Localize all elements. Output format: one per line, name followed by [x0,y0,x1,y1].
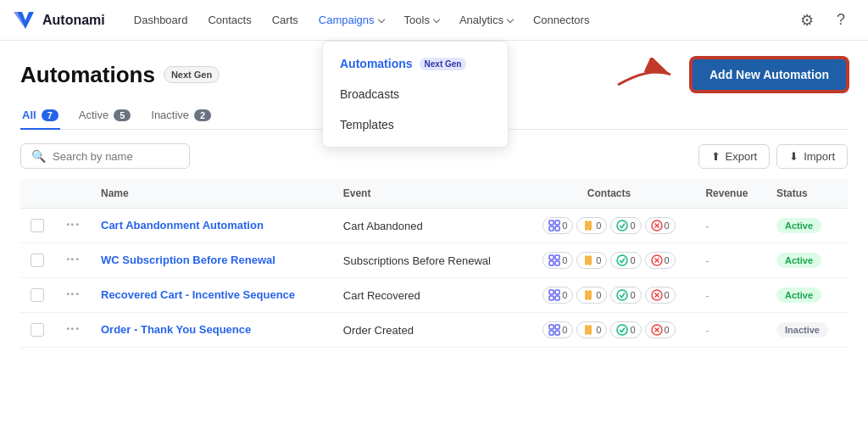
tab-inactive-count: 2 [194,109,211,121]
row-status-cell: Active [766,243,848,278]
row-event-cell: Cart Abandoned [333,209,523,243]
contact-badge: 0 [542,321,573,338]
svg-rect-25 [549,296,554,300]
export-button[interactable]: ⬆ Export [698,144,771,169]
row-status-cell: Inactive [766,313,848,348]
row-checkbox[interactable] [31,219,44,232]
col-menu [54,179,91,209]
col-status: Status [766,179,848,209]
row-menu-cell: ⋮ [54,209,91,243]
row-contacts-cell: 0 0 0 0 [523,209,696,243]
row-checkbox[interactable] [31,288,44,302]
svg-point-39 [617,325,627,335]
row-menu-cell: ⋮ [54,243,91,278]
contact-badge: 0 [576,321,607,338]
import-button[interactable]: ⬇ Import [776,144,848,169]
svg-rect-23 [549,290,554,294]
dropdown-templates[interactable]: Templates [323,109,508,140]
tab-active-count: 5 [114,109,131,121]
row-menu-cell: ⋮ [54,313,91,348]
table-row: ⋮ Order - Thank You Sequence Order Creat… [20,313,848,348]
row-name-cell: Order - Thank You Sequence [91,313,333,348]
table-row: ⋮ Recovered Cart - Incentive Sequence Ca… [20,278,848,313]
status-badge: Active [776,253,821,268]
row-revenue-cell: - [695,278,766,313]
contact-badge: 0 [542,217,573,234]
row-menu-button[interactable]: ⋮ [64,322,81,336]
tab-all[interactable]: All 7 [20,102,60,130]
row-name-cell: WC Subscription Before Renewal [91,243,333,278]
contact-badge: 0 [610,287,641,304]
help-button[interactable]: ? [827,7,854,34]
dropdown-broadcasts[interactable]: Broadcasts [323,79,508,109]
svg-rect-37 [586,326,587,334]
svg-rect-3 [549,220,554,225]
red-arrow-icon [609,58,677,92]
row-name-cell: Recovered Cart - Incentive Sequence [91,278,333,313]
header-right: Add New Automation [609,58,848,92]
contact-badge: 0 [542,252,573,269]
row-contacts-cell: 0 0 0 0 [523,278,696,313]
svg-point-9 [617,220,627,231]
row-menu-button[interactable]: ⋮ [64,287,81,301]
import-icon: ⬇ [789,150,798,163]
contact-badge: 0 [645,321,676,338]
row-event-cell: Order Created [333,313,523,348]
row-checkbox[interactable] [31,254,44,267]
row-revenue-cell: - [695,243,766,278]
svg-rect-13 [549,255,554,259]
status-badge: Active [776,287,821,303]
contact-badge: 0 [542,287,573,304]
tab-active[interactable]: Active 5 [77,102,133,130]
logo-icon [14,8,37,32]
automation-name-link[interactable]: Order - Thank You Sequence [101,323,251,336]
search-input[interactable] [53,150,171,163]
contact-badge: 0 [645,217,676,234]
analytics-chevron-icon [507,15,514,22]
automation-name-link[interactable]: WC Subscription Before Renewal [101,254,275,266]
nav-campaigns[interactable]: Campaigns [310,8,392,31]
row-menu-button[interactable]: ⋮ [64,218,81,232]
settings-button[interactable]: ⚙ [793,7,821,34]
contact-badge: 0 [645,252,676,269]
svg-rect-7 [586,221,587,230]
svg-rect-17 [586,256,587,265]
nav-analytics[interactable]: Analytics [451,8,521,31]
nav-contacts[interactable]: Contacts [199,8,259,31]
svg-rect-8 [589,221,591,230]
tab-inactive[interactable]: Inactive 2 [149,102,213,130]
table-row: ⋮ WC Subscription Before Renewal Subscri… [20,243,848,278]
row-checkbox-cell [20,313,54,348]
logo[interactable]: Autonami [14,8,105,32]
automation-name-link[interactable]: Cart Abandonment Automation [101,219,264,232]
row-name-cell: Cart Abandonment Automation [91,209,333,243]
automation-name-link[interactable]: Recovered Cart - Incentive Sequence [101,288,295,301]
svg-rect-4 [555,220,559,225]
page-next-gen-badge: Next Gen [164,66,220,83]
row-checkbox-cell [20,209,54,243]
svg-rect-36 [555,331,559,335]
svg-rect-5 [549,226,554,231]
nav-tools[interactable]: Tools [396,8,448,31]
dropdown-automations[interactable]: Automations Next Gen [323,48,508,79]
contact-badge: 0 [576,217,607,234]
table-row: ⋮ Cart Abandonment Automation Cart Aband… [20,209,848,243]
row-revenue-cell: - [695,209,766,243]
nav-dashboard[interactable]: Dashboard [125,8,197,31]
contact-badge: 0 [576,252,607,269]
nav-carts[interactable]: Carts [264,8,307,31]
row-checkbox[interactable] [31,323,44,337]
search-box[interactable]: 🔍 [20,143,190,169]
row-event-cell: Subscriptions Before Renewal [333,243,523,278]
col-event: Event [333,179,523,209]
search-icon: 🔍 [31,149,46,163]
svg-rect-14 [555,255,559,259]
row-menu-button[interactable]: ⋮ [64,253,81,266]
row-menu-cell: ⋮ [54,278,91,313]
nav-connectors[interactable]: Connectors [525,8,598,31]
campaigns-dropdown: Automations Next Gen Broadcasts Template… [322,41,509,148]
row-contacts-cell: 0 0 0 0 [523,313,696,348]
row-checkbox-cell [20,278,54,313]
add-new-automation-button[interactable]: Add New Automation [691,58,848,92]
logo-text: Autonami [42,13,105,28]
